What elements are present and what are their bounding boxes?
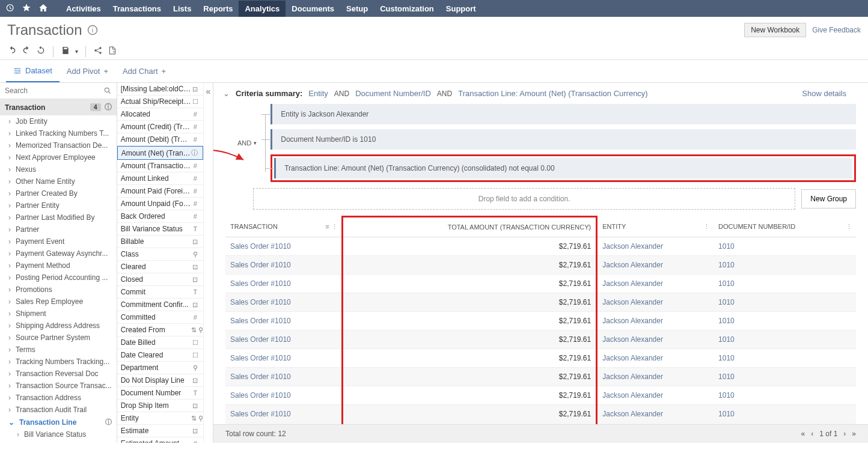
- field-item[interactable]: [Missing Label:oldCo...⊡: [117, 83, 203, 96]
- collapse-panel-button[interactable]: «: [203, 83, 213, 443]
- tree-item[interactable]: Tracking Numbers Tracking...: [0, 356, 117, 368]
- tree-item[interactable]: Next Approver Employee: [0, 151, 117, 163]
- redo-icon[interactable]: [22, 46, 31, 57]
- field-item[interactable]: Created From⇅ ⚲: [117, 324, 203, 336]
- search-input[interactable]: [5, 87, 103, 95]
- and-operator[interactable]: AND▾: [237, 139, 261, 147]
- dropdown-icon[interactable]: ▾: [75, 48, 78, 55]
- topnav-item-transactions[interactable]: Transactions: [107, 1, 167, 17]
- show-details-link[interactable]: Show details: [802, 89, 846, 98]
- refresh-icon[interactable]: [36, 46, 46, 57]
- cell-link[interactable]: 1010: [718, 279, 735, 288]
- cell-link[interactable]: Jackson Alexander: [602, 261, 663, 269]
- next-page-icon[interactable]: ›: [843, 430, 846, 438]
- column-menu-icon[interactable]: ⋮: [703, 223, 710, 231]
- drop-condition-area[interactable]: Drop field to add a condition.: [253, 188, 795, 210]
- search-icon[interactable]: [103, 87, 112, 95]
- tree-item[interactable]: Terms: [0, 344, 117, 356]
- tree-item[interactable]: Posting Period Accounting ...: [0, 272, 117, 284]
- info-icon[interactable]: i: [87, 25, 98, 35]
- tree-item[interactable]: Nexus: [0, 163, 117, 175]
- undo-icon[interactable]: [7, 46, 17, 57]
- tree-item[interactable]: Promotions: [0, 284, 117, 296]
- cell-link[interactable]: 1010: [718, 317, 735, 325]
- field-item[interactable]: Amount (Transaction...#: [117, 160, 203, 172]
- field-item[interactable]: Document NumberT: [117, 387, 203, 400]
- cell-link[interactable]: 1010: [718, 354, 735, 362]
- share-icon[interactable]: [93, 46, 103, 57]
- cell-link[interactable]: 1010: [718, 242, 735, 251]
- field-item[interactable]: Allocated#: [117, 108, 203, 121]
- cell-link[interactable]: Jackson Alexander: [602, 242, 663, 251]
- topnav-item-reports[interactable]: Reports: [197, 1, 239, 17]
- criteria-item-amount[interactable]: Transaction Line: Amount (Net) (Transact…: [458, 89, 648, 98]
- tree-item[interactable]: Transaction Source Transac...: [0, 380, 117, 392]
- field-item[interactable]: Actual Ship/Receipt/P...☐: [117, 96, 203, 108]
- first-page-icon[interactable]: «: [801, 430, 805, 438]
- cell-link[interactable]: 1010: [718, 410, 735, 418]
- history-icon[interactable]: [5, 3, 14, 14]
- cell-link[interactable]: Sales Order #1010: [230, 242, 291, 251]
- column-menu-icon[interactable]: ⋮: [846, 223, 852, 231]
- tree-item[interactable]: Memorized Transaction De...: [0, 139, 117, 151]
- tree-item[interactable]: Transaction Reversal Doc: [0, 368, 117, 380]
- field-item[interactable]: Date Billed☐: [117, 336, 203, 349]
- field-item[interactable]: Committed#: [117, 311, 203, 324]
- cell-link[interactable]: Jackson Alexander: [602, 410, 663, 418]
- tab-add-chart[interactable]: Add Chart+: [115, 60, 173, 82]
- prev-page-icon[interactable]: ‹: [811, 430, 813, 438]
- tree-item[interactable]: Payment Gateway Asynchr...: [0, 248, 117, 260]
- tree-item[interactable]: Class: [0, 440, 117, 443]
- star-icon[interactable]: [22, 3, 31, 14]
- field-item[interactable]: Amount Unpaid (For...#: [117, 198, 203, 210]
- tree-item[interactable]: Source Partner System: [0, 332, 117, 344]
- tree-item[interactable]: Partner: [0, 223, 117, 236]
- topnav-item-activities[interactable]: Activities: [60, 1, 107, 17]
- chevron-down-icon[interactable]: ⌄: [223, 89, 230, 98]
- cell-link[interactable]: Jackson Alexander: [602, 354, 663, 362]
- cell-link[interactable]: Sales Order #1010: [230, 354, 291, 362]
- cell-link[interactable]: Sales Order #1010: [230, 261, 291, 269]
- info-icon[interactable]: ⓘ: [105, 102, 112, 112]
- cell-link[interactable]: Jackson Alexander: [602, 298, 663, 306]
- cell-link[interactable]: Jackson Alexander: [602, 279, 663, 288]
- cell-link[interactable]: 1010: [718, 372, 735, 381]
- field-item[interactable]: Bill Variance StatusT: [117, 223, 203, 236]
- column-menu-icon[interactable]: ≡ ⋮: [325, 223, 337, 231]
- tree-item[interactable]: Partner Entity: [0, 199, 117, 211]
- tree-item[interactable]: Shipment: [0, 308, 117, 320]
- last-page-icon[interactable]: »: [852, 430, 856, 438]
- cell-link[interactable]: Sales Order #1010: [230, 335, 291, 344]
- field-item[interactable]: Class⚲: [117, 248, 203, 261]
- field-item[interactable]: Back Ordered#: [117, 210, 203, 223]
- field-item[interactable]: Department⚲: [117, 362, 203, 374]
- tree-item[interactable]: Partner Created By: [0, 187, 117, 199]
- criteria-item-docnum[interactable]: Document Number/ID: [355, 89, 431, 98]
- column-header[interactable]: TRANSACTION≡ ⋮: [225, 217, 342, 237]
- field-item[interactable]: Amount (Debit) (Tran...#: [117, 133, 203, 146]
- save-icon[interactable]: [61, 46, 70, 57]
- new-workbook-button[interactable]: New Workbook: [744, 23, 806, 37]
- topnav-item-documents[interactable]: Documents: [286, 1, 340, 17]
- cell-link[interactable]: Sales Order #1010: [230, 298, 291, 306]
- export-icon[interactable]: [108, 46, 117, 57]
- cell-link[interactable]: Sales Order #1010: [230, 279, 291, 288]
- tree-item[interactable]: Partner Last Modified By: [0, 211, 117, 223]
- topnav-item-setup[interactable]: Setup: [340, 1, 374, 17]
- field-item[interactable]: Amount Paid (Foreig...#: [117, 185, 203, 198]
- home-icon[interactable]: [38, 3, 48, 14]
- field-item[interactable]: Closed⊡: [117, 273, 203, 286]
- field-item[interactable]: Billable⊡: [117, 236, 203, 248]
- cell-link[interactable]: Sales Order #1010: [230, 317, 291, 325]
- tree-item[interactable]: Transaction Audit Trail: [0, 404, 117, 416]
- cell-link[interactable]: Jackson Alexander: [602, 372, 663, 381]
- column-header[interactable]: DOCUMENT NUMBER/ID⋮: [714, 217, 856, 237]
- field-item[interactable]: Amount (Credit) (Tra...#: [117, 121, 203, 133]
- field-item[interactable]: Do Not Display Line⊡: [117, 374, 203, 387]
- cell-link[interactable]: Jackson Alexander: [602, 317, 663, 325]
- topnav-item-support[interactable]: Support: [440, 1, 482, 17]
- column-menu-icon[interactable]: ⋮: [585, 223, 592, 231]
- field-item[interactable]: Cleared⊡: [117, 261, 203, 273]
- cell-link[interactable]: 1010: [718, 391, 735, 400]
- field-item[interactable]: Commitment Confir...⊡: [117, 299, 203, 311]
